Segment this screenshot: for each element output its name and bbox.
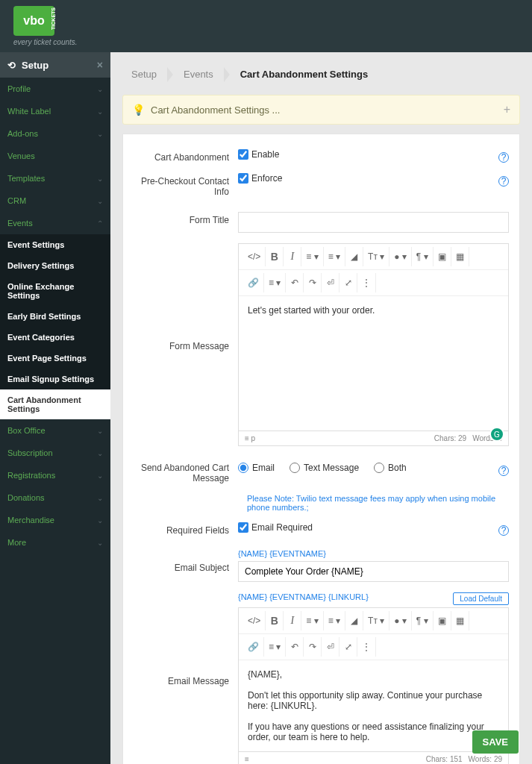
font-size-icon[interactable]: Tт ▾ bbox=[363, 247, 389, 266]
sidebar-subitem[interactable]: Cart Abandonment Settings bbox=[0, 389, 110, 419]
radio-text[interactable]: Text Message bbox=[290, 463, 359, 473]
sidebar-item[interactable]: White Label⌄ bbox=[0, 100, 110, 122]
italic-icon[interactable]: I bbox=[284, 247, 301, 266]
close-icon[interactable]: × bbox=[97, 59, 103, 71]
chevron-icon: ⌄ bbox=[97, 449, 103, 457]
sidebar-item[interactable]: Add-ons⌄ bbox=[0, 122, 110, 145]
undo-icon[interactable]: ↶ bbox=[286, 273, 304, 292]
align-icon[interactable]: ≡ ▾ bbox=[264, 637, 286, 657]
radio-email[interactable]: Email bbox=[238, 463, 275, 473]
sidebar-item[interactable]: Merchandise⌄ bbox=[0, 509, 110, 531]
main-content: Setup Events Cart Abandonment Settings 💡… bbox=[110, 52, 532, 764]
enable-checkbox[interactable] bbox=[238, 149, 248, 160]
sidebar-item[interactable]: More⌄ bbox=[0, 531, 110, 554]
logo-mark: vbo TICKETS bbox=[13, 6, 54, 36]
load-default-button[interactable]: Load Default bbox=[453, 592, 509, 605]
enforce-checkbox-wrap[interactable]: Enforce bbox=[238, 173, 282, 184]
breadcrumb: Setup Events Cart Abandonment Settings bbox=[122, 64, 520, 84]
logo: vbo TICKETS every ticket counts. bbox=[13, 6, 78, 46]
bold-icon[interactable]: B bbox=[266, 611, 284, 630]
crumb-separator bbox=[167, 67, 173, 82]
align-icon[interactable]: ≡ ▾ bbox=[264, 273, 286, 292]
link-icon[interactable]: 🔗 bbox=[243, 637, 264, 657]
enforce-checkbox[interactable] bbox=[238, 173, 248, 184]
link-icon[interactable]: 🔗 bbox=[243, 273, 264, 292]
ordered-list-icon[interactable]: ≡ ▾ bbox=[324, 611, 345, 630]
enable-checkbox-wrap[interactable]: Enable bbox=[238, 149, 279, 160]
form-message-textarea[interactable]: Let's get started with your order. bbox=[239, 296, 508, 430]
help-icon[interactable]: ? bbox=[498, 525, 509, 536]
sidebar-subitem[interactable]: Email Signup Settings bbox=[0, 369, 110, 389]
undo-icon[interactable]: ↶ bbox=[286, 637, 304, 657]
logo-vertical-text: TICKETS bbox=[51, 7, 56, 30]
email-subject-input[interactable] bbox=[238, 561, 509, 582]
enable-label: Enable bbox=[251, 149, 279, 160]
sidebar-subitem[interactable]: Event Categories bbox=[0, 327, 110, 348]
redo-icon[interactable]: ↷ bbox=[304, 637, 322, 657]
font-size-icon[interactable]: Tт ▾ bbox=[363, 611, 389, 630]
fullscreen-icon[interactable]: ⤢ bbox=[339, 637, 357, 657]
save-button[interactable]: SAVE bbox=[472, 730, 519, 754]
sidebar-subitem[interactable]: Early Bird Settings bbox=[0, 306, 110, 327]
logo-text: vbo bbox=[23, 14, 44, 28]
clear-format-icon[interactable]: ◢ bbox=[345, 611, 363, 630]
email-required-checkbox[interactable] bbox=[238, 522, 248, 533]
code-view-icon[interactable]: </> bbox=[243, 247, 266, 266]
info-text: Cart Abandonment Settings ... bbox=[151, 104, 280, 116]
sidebar-subitem[interactable]: Delivery Settings bbox=[0, 255, 110, 276]
help-icon[interactable]: ? bbox=[498, 176, 509, 187]
radio-both[interactable]: Both bbox=[374, 463, 407, 473]
more-icon[interactable]: ⋮ bbox=[357, 637, 376, 657]
hr-icon[interactable]: ⏎ bbox=[322, 637, 339, 657]
bold-icon[interactable]: B bbox=[266, 247, 284, 266]
paragraph-icon[interactable]: ¶ ▾ bbox=[412, 611, 434, 630]
sidebar-subitem[interactable]: Event Page Settings bbox=[0, 348, 110, 369]
email-required-wrap[interactable]: Email Required bbox=[238, 522, 313, 533]
sidebar-item[interactable]: Registrations⌄ bbox=[0, 464, 110, 486]
sidebar-subitem[interactable]: Event Settings bbox=[0, 234, 110, 255]
hr-icon[interactable]: ⏎ bbox=[322, 273, 339, 292]
text-color-icon[interactable]: ● ▾ bbox=[389, 611, 412, 630]
word-count: Words: 29 bbox=[469, 755, 502, 763]
paragraph-icon[interactable]: ¶ ▾ bbox=[412, 247, 434, 266]
char-count: Chars: 29 bbox=[434, 434, 466, 442]
enforce-label: Enforce bbox=[251, 173, 282, 184]
sidebar-item[interactable]: Box Office⌄ bbox=[0, 419, 110, 442]
sidebar-subitem[interactable]: Online Exchange Settings bbox=[0, 276, 110, 306]
sidebar-item[interactable]: Templates⌄ bbox=[0, 167, 110, 190]
sidebar-item[interactable]: Venues bbox=[0, 145, 110, 167]
sidebar-item[interactable]: Events⌃ bbox=[0, 212, 110, 234]
crumb-separator bbox=[224, 67, 230, 82]
crumb-events[interactable]: Events bbox=[175, 64, 222, 84]
redo-icon[interactable]: ↷ bbox=[304, 273, 322, 292]
sidebar-item[interactable]: Profile⌄ bbox=[0, 78, 110, 100]
message-line: Don't let this opportunity slip away. Co… bbox=[248, 690, 499, 711]
fullscreen-icon[interactable]: ⤢ bbox=[339, 273, 357, 292]
expand-info-icon[interactable]: + bbox=[504, 103, 510, 116]
table-icon[interactable]: ▦ bbox=[451, 611, 469, 630]
sidebar-item[interactable]: CRM⌄ bbox=[0, 190, 110, 212]
sidebar-item[interactable]: Subscription⌄ bbox=[0, 442, 110, 464]
lightbulb-icon: 💡 bbox=[132, 104, 145, 116]
unordered-list-icon[interactable]: ≡ ▾ bbox=[301, 611, 323, 630]
code-view-icon[interactable]: </> bbox=[243, 611, 266, 630]
form-title-input[interactable] bbox=[238, 212, 509, 233]
ordered-list-icon[interactable]: ≡ ▾ bbox=[324, 247, 345, 266]
image-icon[interactable]: ▣ bbox=[434, 611, 451, 630]
crumb-setup[interactable]: Setup bbox=[122, 64, 166, 84]
clear-format-icon[interactable]: ◢ bbox=[345, 247, 363, 266]
italic-icon[interactable]: I bbox=[284, 611, 301, 630]
email-message-textarea[interactable]: {NAME}, Don't let this opportunity slip … bbox=[239, 660, 508, 751]
help-icon[interactable]: ? bbox=[498, 466, 509, 476]
unordered-list-icon[interactable]: ≡ ▾ bbox=[301, 247, 323, 266]
editor-toolbar: </> B I ≡ ▾ ≡ ▾ ◢ Tт ▾ ● ▾ ¶ ▾ ▣ ▦ bbox=[239, 608, 508, 634]
sidebar-item[interactable]: Donations⌄ bbox=[0, 486, 110, 509]
gear-icon: ⟲ bbox=[7, 60, 16, 71]
help-icon[interactable]: ? bbox=[498, 152, 509, 163]
more-icon[interactable]: ⋮ bbox=[357, 273, 376, 292]
chevron-icon: ⌄ bbox=[97, 516, 103, 525]
image-icon[interactable]: ▣ bbox=[434, 247, 451, 266]
table-icon[interactable]: ▦ bbox=[451, 247, 469, 266]
text-color-icon[interactable]: ● ▾ bbox=[389, 247, 412, 266]
grammarly-icon[interactable]: G bbox=[489, 427, 504, 442]
